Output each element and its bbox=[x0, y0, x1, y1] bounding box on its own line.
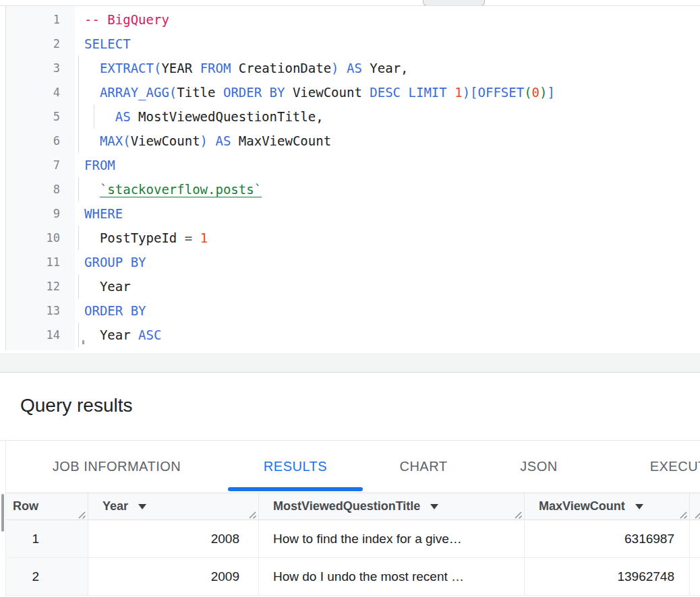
code-token: MaxViewCount bbox=[231, 133, 331, 148]
column-header-row[interactable]: Row bbox=[6, 493, 88, 520]
code-line: 9WHERE bbox=[6, 201, 700, 226]
line-number: 12 bbox=[6, 274, 75, 298]
indent-guide-line bbox=[78, 56, 79, 80]
indent-guide-line bbox=[94, 104, 94, 129]
line-number: 2 bbox=[6, 32, 75, 56]
code-token bbox=[84, 109, 115, 124]
code-token: ViewCount bbox=[285, 85, 370, 100]
code-line-text: SELECT bbox=[75, 32, 700, 56]
results-table: RowYearMostViewedQuestionTitleMaxViewCou… bbox=[6, 493, 700, 596]
row-number-cell: 2 bbox=[6, 558, 88, 595]
code-line: 12 Year bbox=[6, 274, 700, 298]
sql-editor[interactable]: 1-- BigQuery2SELECT3 EXTRACT(YEAR FROM C… bbox=[5, 6, 700, 350]
tab-results[interactable]: RESULTS bbox=[228, 441, 363, 493]
code-line: 1-- BigQuery bbox=[6, 7, 700, 32]
code-token: ) bbox=[331, 61, 339, 75]
indent-guide-line bbox=[78, 226, 79, 250]
column-header-label: Year bbox=[103, 499, 128, 513]
code-token: ViewCount bbox=[131, 133, 200, 148]
tab-execution-details[interactable]: EXECUTION DETAILS bbox=[593, 441, 700, 493]
indent-guide-line bbox=[78, 177, 79, 201]
code-token: AS bbox=[216, 133, 231, 148]
code-token: 0 bbox=[532, 85, 539, 100]
code-token: ) bbox=[539, 85, 547, 100]
line-number: 7 bbox=[6, 153, 75, 177]
line-number: 8 bbox=[6, 177, 75, 201]
table-body: 12008How to find the index for a give…63… bbox=[6, 520, 700, 596]
code-token bbox=[84, 61, 100, 75]
year-cell: 2009 bbox=[88, 558, 259, 595]
active-tab-indicator bbox=[228, 487, 363, 491]
vertical-scrollbar-thumb[interactable] bbox=[1, 494, 4, 532]
line-number: 6 bbox=[6, 129, 75, 153]
column-header-stub bbox=[690, 493, 700, 520]
code-line: 4 ARRAY_AGG(Title ORDER BY ViewCount DES… bbox=[6, 80, 700, 104]
column-resize-handle[interactable] bbox=[693, 509, 700, 518]
code-token: LIMIT bbox=[409, 85, 447, 100]
code-line: 10 PostTypeId = 1 bbox=[6, 226, 700, 250]
code-token bbox=[401, 85, 408, 100]
table-row: 22009How do I undo the most recent …1396… bbox=[6, 558, 700, 596]
text-cursor bbox=[82, 340, 84, 344]
code-token: ARRAY_AGG( bbox=[100, 85, 177, 100]
title-cell: How to find the index for a give… bbox=[259, 520, 525, 557]
code-line-text: GROUP BY bbox=[75, 250, 700, 274]
tab-json[interactable]: JSON bbox=[484, 441, 593, 493]
column-header-label: Row bbox=[13, 499, 38, 513]
code-line: 6 MAX(ViewCount) AS MaxViewCount bbox=[6, 129, 700, 153]
table-header-row: RowYearMostViewedQuestionTitleMaxViewCou… bbox=[6, 493, 700, 520]
code-line-text: MAX(ViewCount) AS MaxViewCount bbox=[75, 129, 700, 153]
code-token bbox=[208, 133, 215, 148]
column-dropdown-icon[interactable] bbox=[430, 504, 438, 509]
code-token: )[ bbox=[463, 85, 478, 100]
table-reference-link[interactable]: `stackoverflow.posts` bbox=[100, 182, 262, 197]
line-number: 11 bbox=[6, 250, 75, 274]
code-line: 5 AS MostViewedQuestionTitle, bbox=[6, 104, 700, 129]
column-header-mostviewedquestiontitle[interactable]: MostViewedQuestionTitle bbox=[259, 493, 525, 520]
code-line-text: ARRAY_AGG(Title ORDER BY ViewCount DESC … bbox=[75, 80, 700, 104]
code-token bbox=[192, 230, 200, 245]
tab-label: CHART bbox=[399, 459, 447, 474]
code-line-text: WHERE bbox=[75, 201, 700, 226]
column-header-year[interactable]: Year bbox=[88, 493, 259, 520]
code-lines: 1-- BigQuery2SELECT3 EXTRACT(YEAR FROM C… bbox=[6, 7, 700, 347]
column-header-maxviewcount[interactable]: MaxViewCount bbox=[525, 493, 690, 520]
code-token: ) bbox=[200, 133, 208, 148]
code-line-text: PostTypeId = 1 bbox=[75, 226, 700, 250]
code-token: MostViewedQuestionTitle, bbox=[131, 109, 324, 124]
code-token: AS bbox=[347, 61, 362, 75]
code-token bbox=[215, 85, 223, 100]
indent-guide-line bbox=[78, 80, 79, 104]
code-token: Year, bbox=[362, 61, 409, 75]
code-line-text: -- BigQuery bbox=[75, 7, 700, 32]
column-resize-handle[interactable] bbox=[678, 509, 688, 518]
code-token bbox=[84, 133, 100, 148]
line-number: 5 bbox=[6, 104, 75, 129]
code-token: CreationDate bbox=[231, 61, 331, 75]
column-dropdown-icon[interactable] bbox=[138, 504, 146, 509]
column-resize-handle[interactable] bbox=[247, 509, 257, 518]
panel-separator[interactable] bbox=[0, 353, 700, 373]
code-line: 3 EXTRACT(YEAR FROM CreationDate) AS Yea… bbox=[6, 56, 700, 80]
tab-label: EXECUTION DETAILS bbox=[650, 459, 700, 474]
code-token: Title bbox=[177, 85, 215, 100]
code-token: WHERE bbox=[84, 206, 123, 221]
code-line-text: AS MostViewedQuestionTitle, bbox=[75, 104, 700, 129]
tab-chart[interactable]: CHART bbox=[363, 441, 484, 493]
max-view-count-cell: 6316987 bbox=[525, 520, 690, 557]
code-line: 11GROUP BY bbox=[6, 250, 700, 274]
code-line-text: ORDER BY bbox=[75, 298, 700, 323]
code-line-text: `stackoverflow.posts` bbox=[75, 177, 700, 201]
tab-job-information[interactable]: JOB INFORMATION bbox=[5, 441, 228, 493]
code-token: 1 bbox=[200, 230, 208, 245]
code-token: EXTRACT( bbox=[100, 61, 162, 75]
max-view-count-cell: 13962748 bbox=[525, 558, 690, 595]
year-cell: 2008 bbox=[88, 520, 259, 557]
code-token: ASC bbox=[138, 327, 161, 342]
column-resize-handle[interactable] bbox=[77, 509, 86, 518]
code-token: FROM bbox=[200, 61, 231, 75]
column-dropdown-icon[interactable] bbox=[635, 504, 643, 509]
line-number: 3 bbox=[6, 56, 75, 80]
code-token: MAX( bbox=[100, 133, 131, 148]
column-resize-handle[interactable] bbox=[513, 509, 523, 518]
